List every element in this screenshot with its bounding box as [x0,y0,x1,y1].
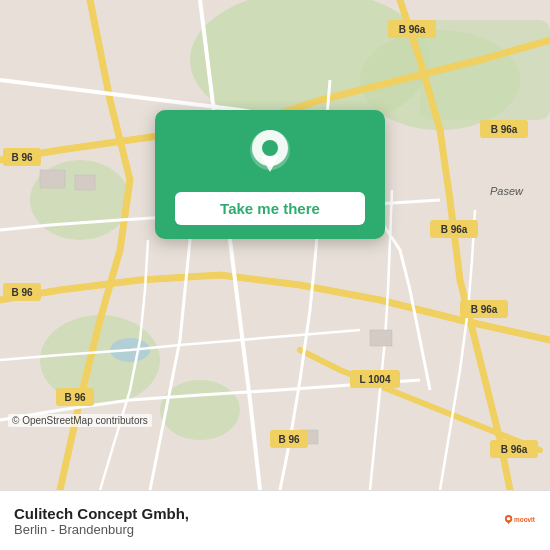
svg-point-5 [160,380,240,440]
svg-rect-8 [40,170,65,188]
svg-point-37 [262,140,278,156]
svg-rect-9 [75,175,95,190]
bottom-bar: Culitech Concept Gmbh, Berlin - Brandenb… [0,490,550,550]
company-location: Berlin - Brandenburg [14,522,189,537]
moovit-logo: moovit [504,505,536,537]
svg-rect-12 [370,330,392,346]
svg-text:moovit: moovit [514,516,536,523]
svg-text:B 96: B 96 [11,152,33,163]
map-container: B 96 B 96 B 96 B 96 B 96a B 96a B 96a B … [0,0,550,490]
take-me-there-button[interactable]: Take me there [175,192,365,225]
svg-text:B 96a: B 96a [501,444,528,455]
svg-text:Pasew: Pasew [490,185,524,197]
svg-text:L 1004: L 1004 [360,374,391,385]
location-pin-icon [243,128,297,182]
popup-card: Take me there [155,110,385,239]
openstreetmap-credit: © OpenStreetMap contributors [8,414,152,427]
svg-text:B 96: B 96 [64,392,86,403]
svg-text:B 96: B 96 [11,287,33,298]
svg-text:B 96a: B 96a [471,304,498,315]
company-name: Culitech Concept Gmbh, [14,505,189,522]
svg-marker-41 [506,520,511,524]
company-info: Culitech Concept Gmbh, Berlin - Brandenb… [14,505,189,537]
svg-text:B 96a: B 96a [491,124,518,135]
svg-text:B 96: B 96 [278,434,300,445]
svg-text:B 96a: B 96a [441,224,468,235]
svg-point-40 [507,516,511,520]
svg-text:B 96a: B 96a [399,24,426,35]
